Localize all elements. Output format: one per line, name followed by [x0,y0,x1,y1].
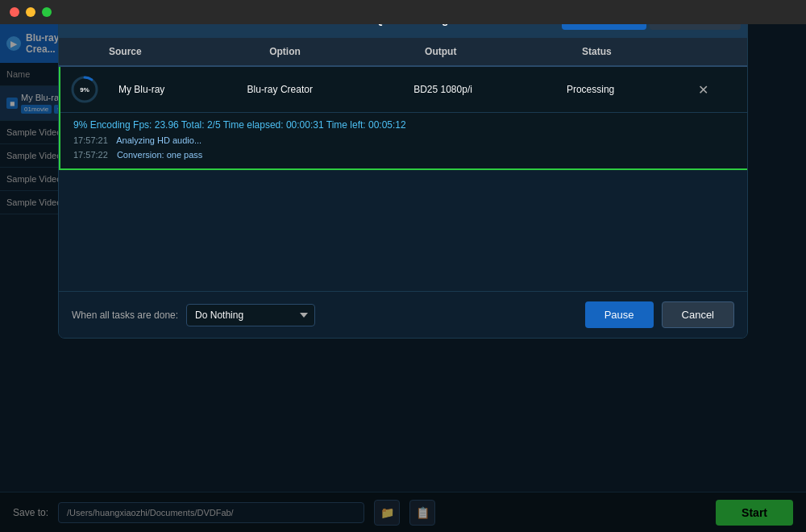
option-cell: Blu-ray Creator [238,67,405,113]
log-line-2: 17:57:22 Conversion: one pass [73,148,734,163]
log-line-1: 17:57:21 Analyzing HD audio... [73,134,734,148]
col-progress [59,38,99,66]
status-cell: Processing [557,67,689,113]
source-cell: My Blu-ray [109,67,238,113]
output-cell: BD25 1080p/i [404,67,557,113]
cancel-button[interactable]: Cancel [662,301,734,328]
table-row: 9% My Blu-ray Blu-ray Creator BD25 1080p… [60,67,747,113]
col-status: Status [572,38,723,66]
maximize-button[interactable] [42,7,52,17]
col-output: Output [415,38,572,66]
close-button[interactable] [10,7,19,17]
footer-right: Pause Cancel [585,301,734,328]
log-time-1: 17:57:21 [73,135,108,145]
progress-text: 9% [80,86,89,94]
log-message-2: Conversion: one pass [117,150,202,160]
progress-circle: 9% [70,75,99,104]
log-area: 9% Encoding Fps: 23.96 Total: 2/5 Time e… [60,113,747,168]
when-done-select[interactable]: Do Nothing Shutdown Hibernate Sleep [186,304,315,326]
log-time-2: 17:57:22 [73,150,108,160]
col-source: Source [99,38,260,66]
log-message-1: Analyzing HD audio... [116,135,202,145]
modal-footer: When all tasks are done: Do Nothing Shut… [59,291,747,338]
modal-overlay: Task Queue Manager Current Task Archived… [0,0,806,532]
col-option: Option [260,38,415,66]
footer-left: When all tasks are done: Do Nothing Shut… [72,304,315,326]
log-summary: 9% Encoding Fps: 23.96 Total: 2/5 Time e… [73,119,734,131]
task-table-header: Source Option Output Status [59,38,747,66]
minimize-button[interactable] [26,7,35,17]
close-icon[interactable]: ✕ [698,83,708,97]
progress-cell: 9% [60,67,109,113]
when-done-label: When all tasks are done: [72,310,178,321]
task-table-body: 9% My Blu-ray Blu-ray Creator BD25 1080p… [60,67,747,113]
pause-button[interactable]: Pause [585,301,654,328]
window-chrome [0,0,806,24]
col-action [723,38,747,66]
task-queue-modal: Task Queue Manager Current Task Archived… [58,0,748,339]
close-cell[interactable]: ✕ [688,67,747,113]
